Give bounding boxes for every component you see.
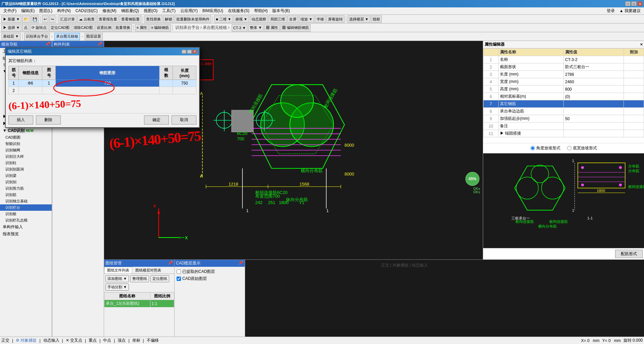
nav-item-identify-pile[interactable]: 识别桩 bbox=[0, 211, 52, 217]
nav-item-identify-col[interactable]: 识别柱 bbox=[0, 160, 52, 166]
tb-local3d[interactable]: 局部三维 bbox=[269, 15, 287, 23]
tb-edit-rebar2[interactable]: ☰ 编辑钢筋钢筋 bbox=[280, 24, 311, 32]
props-value-5[interactable]: 800 bbox=[564, 86, 624, 93]
props-row-7[interactable]: 7 其它钢筋 bbox=[484, 100, 644, 108]
tb-undo[interactable]: ↩ bbox=[42, 15, 48, 23]
menu-modify[interactable]: 修改(M) bbox=[100, 7, 119, 14]
status-dynamic[interactable]: 动态输入 bbox=[43, 338, 59, 343]
nav-item-single[interactable]: 单构件输入 bbox=[0, 224, 52, 231]
nav-group-cad[interactable]: ▼ CAD识别 NEW bbox=[0, 127, 52, 134]
props-value-8[interactable] bbox=[564, 108, 624, 115]
tb-identify-tab2[interactable]: 承台图元校核 bbox=[54, 33, 80, 40]
tb-report[interactable]: 查看报告量 bbox=[97, 15, 119, 23]
tb-rebar-view[interactable]: 查看钢筋量 bbox=[120, 15, 141, 23]
props-value-4[interactable]: 2460 bbox=[564, 78, 624, 86]
menu-layer[interactable]: 图层(L) bbox=[37, 7, 54, 14]
menu-component[interactable]: 构件(N) bbox=[55, 7, 73, 14]
btn-manage-drawing[interactable]: 整理图纸 bbox=[130, 275, 149, 282]
menu-view[interactable]: 视图(O) bbox=[142, 7, 159, 14]
tb-set-scale[interactable]: 设置比例 bbox=[95, 24, 113, 32]
drawing-mgmt-pin[interactable]: 📌 bbox=[168, 260, 173, 266]
attr-close-icon[interactable]: ✕ bbox=[640, 43, 643, 46]
tb-move[interactable]: 半移 bbox=[315, 15, 326, 23]
tb-cad-identify[interactable]: CT-3 ▼ bbox=[232, 24, 248, 32]
nav-item-identify-section[interactable]: 识别别面涧 bbox=[0, 166, 52, 173]
radio-angle-input[interactable] bbox=[531, 146, 535, 150]
tb-foundation[interactable]: 基础层 ▼ bbox=[1, 33, 20, 40]
layer-check-1[interactable] bbox=[177, 269, 181, 274]
radio-base-input[interactable] bbox=[567, 146, 571, 150]
tb-clear-cad[interactable]: 清除CAD图 bbox=[72, 24, 94, 32]
tb-batch-replace[interactable]: 批量替换 bbox=[114, 24, 132, 32]
nav-item-smart-identify[interactable]: 智能识别 bbox=[0, 141, 52, 147]
tb-find[interactable]: 查找替换 bbox=[144, 15, 163, 23]
props-value-9[interactable]: 50 bbox=[564, 115, 624, 122]
nav-item-identify-detail[interactable]: 识别注大样 bbox=[0, 153, 52, 160]
tb-layer-settings[interactable]: 图层设置 bbox=[85, 33, 103, 40]
tb-2d[interactable]: ■ 二维 ▼ bbox=[214, 15, 233, 23]
status-vertex[interactable]: 顶点 bbox=[118, 338, 126, 343]
menu-version[interactable]: 版本号(B) bbox=[270, 7, 292, 14]
layer-check-2[interactable] bbox=[177, 277, 181, 281]
status-coord[interactable]: 坐标 bbox=[132, 338, 140, 343]
nav-item-identify-wall[interactable]: 识别别 bbox=[0, 179, 52, 185]
modal-confirm-btn[interactable]: 确定 bbox=[144, 115, 169, 125]
modal-min-btn[interactable]: ─ bbox=[182, 50, 186, 54]
tb-cloud-check[interactable]: ☁ 云检查 bbox=[77, 15, 96, 23]
props-value-6[interactable]: (0) bbox=[564, 93, 624, 100]
tb-batch-del[interactable]: 批量删除未使用构件 bbox=[175, 15, 211, 23]
menu-rebar[interactable]: 钢筋量(Q) bbox=[119, 7, 141, 14]
tb-attr[interactable]: ☰ 属性 bbox=[264, 24, 280, 32]
props-value-3[interactable]: 2786 bbox=[564, 71, 624, 78]
props-value-2[interactable]: 阶式三桩台一 bbox=[564, 63, 624, 71]
menu-service[interactable]: ▲ 我要建议 bbox=[617, 7, 643, 14]
cad-layer-pin[interactable]: 📌 bbox=[238, 260, 243, 266]
tb-select-floor[interactable]: 选择楼层 ▼ bbox=[348, 15, 370, 23]
nav-item-identify-beam[interactable]: 识别梁 bbox=[0, 173, 52, 179]
tb-save[interactable]: 💾 bbox=[31, 15, 39, 23]
props-value-7[interactable] bbox=[564, 100, 624, 108]
menu-bim[interactable]: BIM应用(U) bbox=[200, 7, 225, 14]
menu-help[interactable]: 帮助(H) bbox=[252, 7, 270, 14]
tb-rotate[interactable]: 屏幕旋转 bbox=[326, 15, 344, 23]
modal-delete-btn[interactable]: 删除 bbox=[36, 115, 61, 125]
tb-identify-tab1[interactable]: 识别承台予台 bbox=[24, 33, 50, 40]
tb-select[interactable]: ▶ 选择 ▼ bbox=[1, 24, 21, 32]
tb-locate-cad[interactable]: 定位CAD图 bbox=[49, 24, 71, 32]
props-value-11[interactable] bbox=[564, 130, 624, 137]
tb-unlock[interactable]: 解锁 bbox=[163, 15, 174, 23]
status-midpoint[interactable]: 重点 bbox=[89, 338, 97, 343]
btn-locate-drawing[interactable]: 定位图纸 bbox=[150, 275, 169, 282]
menu-file[interactable]: 文件(F) bbox=[1, 7, 18, 14]
nav-item-identify-hole[interactable]: 识别栏孔志模 bbox=[0, 217, 52, 224]
modal-max-btn[interactable]: □ bbox=[187, 50, 192, 54]
struct-panel-pin[interactable]: 📌 bbox=[97, 42, 102, 47]
status-center[interactable]: 中点 bbox=[103, 338, 111, 343]
btn-add-drawing[interactable]: 添加图纸 ▼ bbox=[105, 275, 129, 282]
props-value-10[interactable] bbox=[564, 122, 624, 130]
radio-angle[interactable]: 角度放坡形式 bbox=[531, 145, 560, 151]
btn-manual-split[interactable]: 手动分割 ▼ bbox=[105, 284, 129, 291]
radio-base[interactable]: 底宽放坡形式 bbox=[567, 145, 597, 151]
tb-rotate-point[interactable]: ⟳ 旋转点 bbox=[30, 24, 48, 32]
modal-rebar-row-1[interactable]: 1 Φ6 1 750 750 bbox=[9, 80, 196, 87]
left-panel-pin[interactable]: 📌 bbox=[45, 42, 50, 47]
tb-calc[interactable]: 汇总计算 bbox=[58, 15, 77, 23]
tb-point[interactable]: 点 bbox=[22, 24, 29, 32]
menu-edit[interactable]: 编辑(E) bbox=[19, 7, 37, 14]
tb-fullscreen[interactable]: 全屏 bbox=[287, 15, 298, 23]
nav-item-cad-drawing[interactable]: CAD图图 bbox=[0, 134, 52, 141]
tb-redo[interactable]: ↪ bbox=[49, 15, 55, 23]
modal-rebar-row-2[interactable]: 2 bbox=[9, 87, 196, 94]
modal-cancel-btn[interactable]: 取消 bbox=[172, 115, 196, 125]
nav-item-identify-isolated[interactable]: 识别独立基础 bbox=[0, 198, 52, 204]
nav-item-identify-cap[interactable]: 识别栏台 bbox=[0, 204, 52, 211]
status-snap[interactable]: ⚙ 对象捕捉 bbox=[16, 338, 37, 343]
menu-tools[interactable]: 工具(T) bbox=[160, 7, 177, 14]
nav-item-report[interactable]: 报表预览 bbox=[0, 231, 52, 238]
tab-file-list[interactable]: 图纸文件列表 bbox=[104, 267, 132, 274]
tb-wireframe[interactable]: 线框 bbox=[371, 15, 382, 23]
nav-item-identify-rebar[interactable]: 识别筋 bbox=[0, 192, 52, 198]
modal-close-btn[interactable]: ✕ bbox=[192, 50, 197, 54]
menu-cloud[interactable]: 云应用(Y) bbox=[178, 7, 200, 14]
